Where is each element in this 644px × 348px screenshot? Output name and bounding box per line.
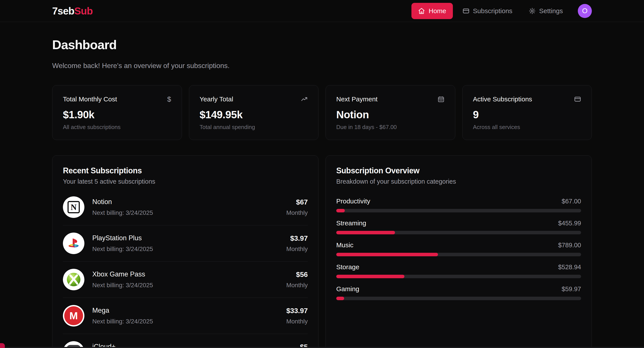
- subscription-price: $67: [286, 198, 308, 206]
- subscription-billing: Next billing: 3/24/2025: [92, 318, 278, 325]
- credit-card-icon: [462, 8, 470, 15]
- list-item-playstation: PlayStation Plus Next billing: 3/24/2025…: [63, 225, 308, 261]
- stat-value: $1.90k: [63, 109, 171, 121]
- stat-card-active-subscriptions: Active Subscriptions 9 Across all servic…: [462, 85, 592, 140]
- category-label: Music: [336, 241, 353, 249]
- subscription-price: $33.97: [286, 307, 308, 315]
- trending-up-icon: [301, 96, 308, 103]
- credit-card-icon: [574, 96, 581, 103]
- subscription-list: N Notion Next billing: 3/24/2025 $67 Mon…: [63, 189, 308, 348]
- category-gaming: Gaming $59.97: [336, 285, 581, 300]
- nav-items: Home Subscriptions Settings O: [412, 3, 592, 19]
- stat-value: $149.95k: [200, 109, 308, 121]
- category-label: Streaming: [336, 219, 366, 227]
- subscription-name: Notion: [92, 198, 278, 206]
- subscription-billing: Next billing: 3/24/2025: [92, 209, 278, 216]
- list-item-mega: M Mega Next billing: 3/24/2025 $33.97 Mo…: [63, 297, 308, 334]
- category-amount: $528.94: [558, 263, 581, 271]
- panel-title: Recent Subscriptions: [63, 166, 308, 175]
- progress-bar: [336, 297, 581, 300]
- playstation-icon: [63, 233, 84, 254]
- panel-subtitle: Your latest 5 active subscriptions: [63, 178, 308, 185]
- list-item-xbox: Xbox Game Pass Next billing: 3/24/2025 $…: [63, 261, 308, 297]
- brand-name-primary: 7seb: [52, 5, 74, 17]
- stat-description: Total annual spending: [200, 124, 308, 131]
- subscription-name: Xbox Game Pass: [92, 270, 278, 278]
- top-nav: 7sebSub Home Subscriptions Settings: [0, 0, 644, 22]
- stat-label: Next Payment: [336, 96, 378, 103]
- stat-card-yearly-total: Yearly Total $149.95k Total annual spend…: [189, 85, 319, 140]
- subscription-overview-panel: Subscription Overview Breakdown of your …: [326, 155, 592, 348]
- pink-corner-fragment: [0, 343, 5, 348]
- stat-value: 9: [473, 109, 581, 121]
- category-storage: Storage $528.94: [336, 263, 581, 278]
- category-label: Productivity: [336, 197, 370, 205]
- subscription-price: $3.97: [286, 234, 308, 242]
- home-icon: [418, 8, 425, 15]
- category-streaming: Streaming $455.99: [336, 219, 581, 234]
- page-subtitle: Welcome back! Here's an overview of your…: [52, 62, 592, 70]
- progress-fill: [336, 275, 404, 278]
- nav-item-home[interactable]: Home: [412, 3, 453, 19]
- subscription-billing: Next billing: 3/24/2025: [92, 282, 278, 289]
- stat-description: All active subscriptions: [63, 124, 171, 131]
- stat-card-next-payment: Next Payment Notion Due in 18 days - $67…: [326, 85, 455, 140]
- dashboard-panels: Recent Subscriptions Your latest 5 activ…: [52, 155, 592, 348]
- subscription-name: PlayStation Plus: [92, 234, 278, 242]
- brand-name-accent: Sub: [74, 5, 93, 17]
- nav-item-label: Home: [428, 7, 446, 15]
- stat-label: Active Subscriptions: [473, 96, 532, 103]
- panel-subtitle: Breakdown of your subscription categorie…: [336, 178, 581, 185]
- category-label: Storage: [336, 263, 359, 271]
- subscription-cycle: Monthly: [286, 209, 308, 216]
- progress-fill: [336, 297, 344, 300]
- nav-item-label: Subscriptions: [473, 7, 512, 15]
- subscription-price: $56: [286, 270, 308, 279]
- progress-bar: [336, 209, 581, 212]
- category-breakdown: Productivity $67.00 Streaming $455.99 Mu…: [336, 197, 581, 300]
- stat-label: Total Monthly Cost: [63, 96, 117, 103]
- subscription-cycle: Monthly: [286, 245, 308, 252]
- category-music: Music $789.00: [336, 241, 581, 256]
- nav-item-settings[interactable]: Settings: [522, 3, 570, 19]
- category-productivity: Productivity $67.00: [336, 197, 581, 212]
- stat-description: Due in 18 days - $67.00: [336, 124, 444, 131]
- progress-bar: [336, 231, 581, 234]
- stat-card-total-monthly: Total Monthly Cost $ $1.90k All active s…: [52, 85, 182, 140]
- list-item-icloud: ☁ iCloud+ Next billing: 3/24/2025 $5 Mon…: [63, 334, 308, 348]
- page-title: Dashboard: [52, 37, 592, 52]
- subscription-billing: Next billing: 3/24/2025: [92, 245, 278, 252]
- category-amount: $67.00: [562, 198, 581, 205]
- subscription-name: Mega: [92, 306, 278, 314]
- gear-icon: [529, 8, 536, 15]
- subscription-cycle: Monthly: [286, 282, 308, 289]
- category-amount: $789.00: [558, 242, 581, 249]
- progress-fill: [336, 253, 438, 256]
- stat-cards: Total Monthly Cost $ $1.90k All active s…: [52, 85, 592, 140]
- recent-subscriptions-panel: Recent Subscriptions Your latest 5 activ…: [52, 155, 318, 348]
- mega-icon: M: [63, 305, 84, 326]
- list-item-notion: N Notion Next billing: 3/24/2025 $67 Mon…: [63, 189, 308, 225]
- progress-fill: [336, 231, 395, 234]
- avatar-initial: O: [582, 7, 588, 15]
- progress-fill: [336, 209, 345, 212]
- nav-item-label: Settings: [539, 7, 563, 15]
- category-amount: $455.99: [558, 220, 581, 227]
- stat-value: Notion: [336, 109, 444, 121]
- nav-item-subscriptions[interactable]: Subscriptions: [456, 3, 519, 19]
- calendar-icon: [438, 96, 444, 103]
- dollar-icon: $: [167, 96, 171, 103]
- viewport-bottom-edge: [0, 347, 644, 348]
- stat-label: Yearly Total: [200, 96, 233, 103]
- user-avatar[interactable]: O: [578, 4, 592, 18]
- category-label: Gaming: [336, 285, 359, 293]
- panel-title: Subscription Overview: [336, 166, 581, 175]
- subscription-cycle: Monthly: [286, 318, 308, 325]
- xbox-icon: [63, 269, 84, 290]
- progress-bar: [336, 275, 581, 278]
- notion-icon: N: [63, 196, 84, 218]
- brand-logo[interactable]: 7sebSub: [52, 5, 93, 17]
- progress-bar: [336, 253, 581, 256]
- stat-description: Across all services: [473, 124, 581, 131]
- category-amount: $59.97: [562, 285, 581, 293]
